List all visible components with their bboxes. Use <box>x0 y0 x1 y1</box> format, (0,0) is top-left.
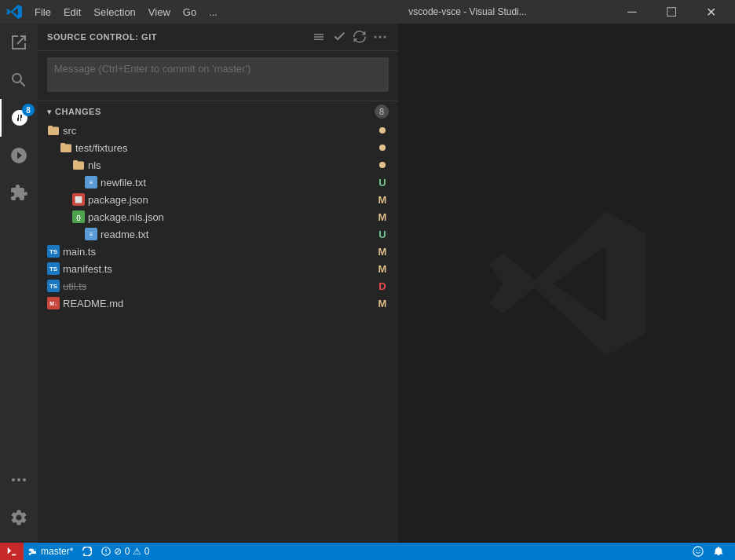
folder-nls-name: nls <box>88 159 376 171</box>
panel-hamburger-button[interactable] <box>310 28 327 46</box>
file-package-nls-json[interactable]: {} package.nls.json M <box>38 208 398 225</box>
file-util-ts[interactable]: TS util.ts D <box>38 277 398 295</box>
file-readme-txt[interactable]: ≡ readme.txt U <box>38 225 398 243</box>
ts-main-icon: TS <box>47 245 60 258</box>
source-control-badge: 8 <box>22 104 35 116</box>
file-list: src test/fixtures nls <box>38 122 398 312</box>
file-readme-txt-status: U <box>376 229 389 240</box>
warnings-count: ⚠ 0 <box>133 546 149 557</box>
folder-src-name: src <box>63 125 376 137</box>
activity-search[interactable] <box>0 61 38 99</box>
file-newfile-txt[interactable]: ≡ newfile.txt U <box>38 174 398 191</box>
file-manifest-ts-name: manifest.ts <box>63 263 373 275</box>
file-package-json-name: package.json <box>88 194 373 206</box>
folder-test-fixtures[interactable]: test/fixtures <box>38 139 398 156</box>
svg-point-12 <box>693 547 703 556</box>
menu-go[interactable]: Go <box>177 5 203 20</box>
statusbar-bell[interactable] <box>708 543 729 560</box>
source-control-panel: SOURCE CONTROL: GIT <box>38 24 399 543</box>
menu-file[interactable]: File <box>28 5 57 20</box>
file-package-json-status: M <box>376 194 389 206</box>
json-green-icon: {} <box>72 210 85 223</box>
folder-src[interactable]: src <box>38 122 398 139</box>
file-package-json[interactable]: ⬜ package.json M <box>38 191 398 208</box>
panel-title: SOURCE CONTROL: GIT <box>47 32 310 42</box>
statusbar-sync[interactable] <box>78 543 97 560</box>
file-util-ts-name: util.ts <box>63 280 373 292</box>
activity-run-debug[interactable] <box>0 137 38 174</box>
errors-count: ⊘ 0 <box>114 546 130 557</box>
window-controls: ─ ☐ ✕ <box>614 0 729 24</box>
changes-count: 8 <box>375 104 389 119</box>
menu-selection[interactable]: Selection <box>87 5 141 20</box>
panel-more-button[interactable] <box>371 28 389 46</box>
file-readme-md-status: M <box>376 298 389 309</box>
svg-rect-5 <box>314 39 324 41</box>
file-readme-md[interactable]: M↓ README.md M <box>38 295 398 312</box>
txt-icon: ≡ <box>85 176 97 188</box>
statusbar-source-icon <box>0 543 24 560</box>
folder-src-dot <box>379 127 386 134</box>
statusbar: master* ⊘ 0 ⚠ 0 <box>0 543 735 560</box>
ts-util-icon: TS <box>47 280 60 292</box>
statusbar-branch[interactable]: master* <box>24 543 78 560</box>
commit-message-input[interactable] <box>47 57 389 92</box>
vscode-watermark <box>488 205 645 362</box>
section-toggle-icon: ▾ <box>47 107 52 117</box>
svg-point-13 <box>696 550 697 551</box>
activity-more[interactable] <box>0 461 38 499</box>
panel-header: SOURCE CONTROL: GIT <box>38 24 398 51</box>
statusbar-errors[interactable]: ⊘ 0 ⚠ 0 <box>97 543 154 560</box>
svg-point-2 <box>23 478 26 481</box>
svg-rect-3 <box>314 34 324 35</box>
svg-point-6 <box>375 36 377 38</box>
window-title: vscode-vsce - Visual Studi... <box>321 6 614 17</box>
file-main-ts[interactable]: TS main.ts M <box>38 243 398 260</box>
file-manifest-ts[interactable]: TS manifest.ts M <box>38 260 398 277</box>
md-icon: M↓ <box>47 297 60 309</box>
changes-section-header[interactable]: ▾ CHANGES 8 <box>38 101 398 122</box>
branch-name: master* <box>41 546 73 557</box>
changes-label: CHANGES <box>55 107 375 116</box>
titlebar: File Edit Selection View Go ... vscode-v… <box>0 0 735 24</box>
statusbar-smiley[interactable] <box>688 543 708 560</box>
main-area: 8 <box>0 24 735 543</box>
svg-point-0 <box>12 478 15 481</box>
file-main-ts-name: main.ts <box>63 246 373 258</box>
file-readme-txt-name: readme.txt <box>101 229 373 240</box>
activity-source-control[interactable]: 8 <box>0 99 38 137</box>
app-logo <box>6 4 22 20</box>
statusbar-left: master* ⊘ 0 ⚠ 0 <box>6 543 154 560</box>
readme-txt-icon: ≡ <box>85 228 97 240</box>
file-newfile-txt-status: U <box>376 177 389 188</box>
json-red-icon: ⬜ <box>72 193 85 206</box>
activity-settings[interactable] <box>0 499 38 536</box>
activity-extensions[interactable] <box>0 174 38 212</box>
menu-bar: File Edit Selection View Go ... <box>28 5 321 20</box>
folder-nls[interactable]: nls <box>38 156 398 174</box>
ts-manifest-icon: TS <box>47 262 60 275</box>
svg-point-14 <box>699 550 700 551</box>
menu-more[interactable]: ... <box>203 5 224 20</box>
file-package-nls-json-status: M <box>376 211 389 223</box>
activity-bar: 8 <box>0 24 38 543</box>
close-button[interactable]: ✕ <box>693 0 729 24</box>
restore-button[interactable]: ☐ <box>653 0 689 24</box>
minimize-button[interactable]: ─ <box>614 0 650 24</box>
file-package-nls-json-name: package.nls.json <box>88 211 373 223</box>
svg-rect-4 <box>314 36 324 38</box>
panel-refresh-button[interactable] <box>351 28 368 46</box>
menu-edit[interactable]: Edit <box>57 5 87 20</box>
menu-view[interactable]: View <box>142 5 177 20</box>
svg-point-11 <box>106 553 107 554</box>
file-readme-md-name: README.md <box>63 298 373 309</box>
activity-explorer[interactable] <box>0 24 38 61</box>
file-manifest-ts-status: M <box>376 263 389 275</box>
editor-area <box>399 24 735 543</box>
folder-nls-dot <box>379 162 386 168</box>
file-main-ts-status: M <box>376 246 389 258</box>
panel-commit-button[interactable] <box>331 28 348 46</box>
svg-point-8 <box>384 36 386 38</box>
file-util-ts-status: D <box>376 280 389 292</box>
folder-test-fixtures-name: test/fixtures <box>75 142 376 154</box>
